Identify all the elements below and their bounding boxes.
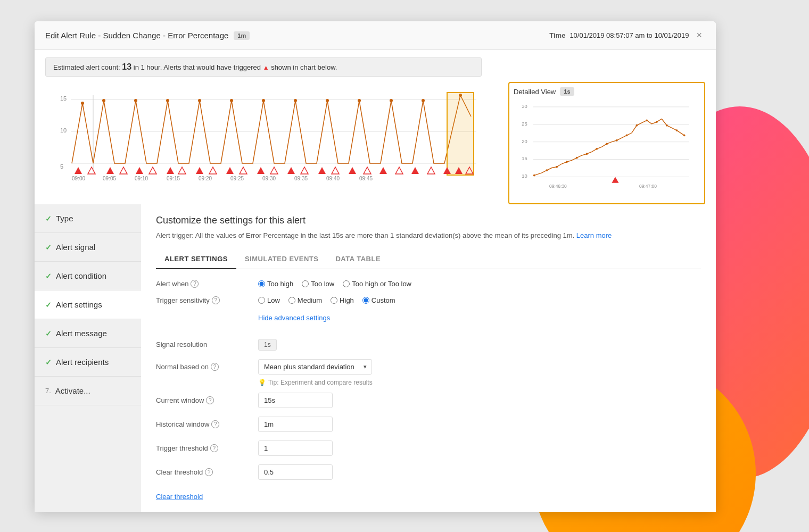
trigger-sensitivity-label: Trigger sensitivity ? (156, 296, 252, 304)
svg-point-75 (606, 143, 608, 145)
sidebar-item-label: Alert condition (56, 271, 106, 280)
clear-threshold-link[interactable]: Clear threshold (156, 493, 203, 501)
svg-marker-52 (395, 167, 403, 174)
trigger-threshold-help-icon[interactable]: ? (210, 444, 218, 452)
svg-marker-50 (364, 167, 371, 174)
svg-text:20: 20 (522, 138, 527, 144)
current-window-help-icon[interactable]: ? (206, 396, 214, 404)
sidebar-item-alert-signal[interactable]: ✓ Alert signal (35, 233, 141, 262)
svg-text:30: 30 (522, 103, 527, 109)
svg-text:09:40: 09:40 (326, 176, 340, 181)
svg-marker-47 (318, 167, 326, 174)
sidebar-item-alert-settings[interactable]: ✓ Alert settings (35, 290, 141, 319)
tab-data-table[interactable]: DATA TABLE (327, 250, 389, 269)
sidebar-item-num: 7. (45, 387, 51, 395)
alert-when-help-icon[interactable]: ? (191, 280, 199, 288)
svg-point-78 (635, 124, 638, 127)
svg-marker-38 (178, 167, 186, 174)
trigger-threshold-input[interactable] (258, 440, 333, 456)
check-icon: ✓ (45, 358, 52, 367)
check-icon: ✓ (45, 301, 52, 309)
svg-point-69 (546, 169, 548, 171)
svg-point-11 (198, 99, 201, 102)
sidebar-item-alert-condition[interactable]: ✓ Alert condition (35, 262, 141, 290)
sidebar-item-alert-message[interactable]: ✓ Alert message (35, 319, 141, 348)
svg-marker-36 (149, 167, 156, 174)
check-icon: ✓ (45, 329, 52, 338)
sidebar-item-type[interactable]: ✓ Type (35, 204, 141, 233)
radio-too-high[interactable]: Too high (258, 280, 293, 288)
signal-resolution-label: Signal resolution (156, 340, 252, 348)
radio-medium[interactable]: Medium (288, 296, 322, 304)
check-icon: ✓ (45, 272, 52, 280)
signal-resolution-badge: 1s (258, 339, 277, 351)
detailed-view-box: Detailed View 1s 30 25 20 15 10 (508, 82, 705, 204)
svg-point-10 (166, 99, 169, 102)
svg-text:10: 10 (60, 127, 67, 134)
close-button[interactable]: × (693, 29, 705, 42)
sidebar-item-alert-recipients[interactable]: ✓ Alert recipients (35, 348, 141, 377)
svg-marker-41 (226, 167, 234, 174)
current-window-input[interactable] (258, 393, 333, 408)
svg-point-70 (556, 166, 558, 168)
svg-rect-20 (447, 93, 474, 175)
normal-based-on-help-icon[interactable]: ? (211, 363, 219, 371)
svg-point-77 (626, 135, 628, 137)
chart-section: Estimated alert count: 13 in 1 hour. Ale… (35, 50, 716, 204)
sidebar-item-label: Activate... (55, 386, 90, 395)
svg-point-17 (390, 99, 393, 102)
hide-advanced-link[interactable]: Hide advanced settings (258, 314, 330, 322)
svg-marker-48 (332, 167, 339, 174)
svg-marker-40 (209, 167, 217, 174)
radio-custom[interactable]: Custom (362, 296, 395, 304)
svg-text:15: 15 (60, 95, 67, 102)
learn-more-link[interactable]: Learn more (576, 231, 612, 239)
svg-point-72 (576, 157, 578, 159)
historical-window-label: Historical window ? (156, 420, 252, 428)
radio-high[interactable]: High (331, 296, 354, 304)
svg-point-16 (358, 99, 361, 102)
svg-text:10: 10 (522, 173, 527, 179)
svg-marker-35 (136, 167, 143, 174)
normal-based-on-label: Normal based on ? (156, 363, 252, 371)
clear-threshold-help-icon[interactable]: ? (205, 468, 213, 476)
tip-text: 💡 Tip: Experiment and compare results (258, 379, 701, 386)
clear-threshold-row: Clear threshold ? (156, 464, 701, 480)
svg-marker-37 (167, 167, 174, 174)
tab-alert-settings[interactable]: ALERT SETTINGS (156, 250, 236, 269)
svg-text:09:45: 09:45 (359, 176, 373, 181)
main-chart-svg: 15 10 5 (45, 82, 482, 194)
detailed-view-title: Detailed View (514, 88, 556, 96)
historical-window-help-icon[interactable]: ? (211, 420, 219, 428)
svg-point-13 (262, 99, 265, 102)
alert-when-row: Alert when ? Too high Too low Too high o… (156, 280, 701, 288)
clear-threshold-input[interactable] (258, 464, 333, 480)
sidebar-item-activate[interactable]: 7. Activate... (35, 377, 141, 405)
radio-too-low[interactable]: Too low (302, 280, 334, 288)
historical-window-input[interactable] (258, 417, 333, 432)
triangle-icon: ▲ (263, 64, 269, 71)
sidebar-item-label: Alert message (56, 329, 107, 338)
normal-based-on-select[interactable]: Mean plus standard deviation (258, 359, 372, 375)
svg-point-76 (616, 139, 618, 142)
time-area: Time 10/01/2019 08:57:07 am to 10/01/201… (549, 29, 705, 42)
svg-text:15: 15 (522, 155, 527, 161)
svg-point-81 (666, 124, 668, 127)
svg-point-12 (230, 99, 233, 102)
svg-point-79 (646, 119, 648, 121)
svg-point-80 (656, 121, 658, 123)
modal-title-area: Edit Alert Rule - Sudden Change - Error … (45, 31, 250, 40)
sidebar-item-label: Alert settings (56, 300, 102, 309)
tip-content: Tip: Experiment and compare results (268, 379, 373, 386)
svg-point-82 (676, 129, 678, 131)
svg-point-8 (102, 99, 105, 102)
tab-simulated-events[interactable]: SIMULATED EVENTS (236, 250, 327, 269)
check-icon: ✓ (45, 214, 52, 223)
trigger-sensitivity-help-icon[interactable]: ? (212, 296, 220, 304)
svg-point-74 (596, 148, 598, 150)
radio-low[interactable]: Low (258, 296, 280, 304)
svg-marker-45 (287, 167, 295, 174)
main-chart: 15 10 5 (45, 82, 482, 194)
detailed-view-badge: 1s (560, 87, 574, 96)
radio-too-high-or-low[interactable]: Too high or Too low (343, 280, 411, 288)
